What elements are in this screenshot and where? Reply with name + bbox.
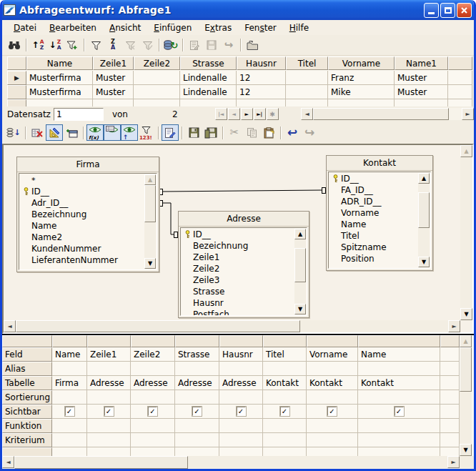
qbe-column-header[interactable] [87,335,131,347]
field-row[interactable]: Position [329,253,418,264]
field-row-primary-key[interactable]: ID__ [20,186,144,197]
qbe-cell-feld[interactable]: Vorname [307,347,358,362]
table-title-firma[interactable]: Firma [17,157,159,172]
redo-button[interactable]: ↪ [301,124,318,141]
qbe-cell-partial[interactable] [358,447,440,456]
field-row[interactable]: Postfach [182,309,294,315]
qbe-cell-empty[interactable] [440,419,460,433]
cell[interactable]: 12 [237,85,286,99]
undo-button[interactable]: ↩ [284,124,301,141]
datasheet-corner[interactable] [7,56,26,70]
column-header-zeile2[interactable]: Zeile2 [134,56,180,70]
qbe-cell-alias[interactable] [87,362,131,376]
qbe-cell-kriterium[interactable] [307,433,358,447]
scroll-left-icon[interactable]: ◄ [2,456,14,468]
column-header-name[interactable]: Name [26,56,93,70]
qbe-column-header[interactable] [131,335,175,347]
qbe-cell-funktion[interactable] [307,419,358,433]
close-button[interactable] [457,3,472,18]
scroll-up-icon[interactable]: ▲ [418,173,430,184]
qbe-cell-partial[interactable] [52,447,87,456]
cell[interactable]: 12 [237,71,286,85]
field-row[interactable]: Zeile3 [182,274,294,286]
firma-scrollbar[interactable]: ▲ ▼ [144,174,156,269]
qbe-cell-funktion[interactable] [87,419,131,433]
menu-extras[interactable]: Extras [198,21,238,34]
scroll-left-icon[interactable]: ◄ [301,108,313,120]
design-view-toggle[interactable] [46,124,63,141]
diagram-hscrollbar[interactable]: ◄ ► [4,320,460,332]
last-record-button[interactable]: ►| [254,108,266,120]
sort-ascending-button[interactable]: ↑ AZ [29,37,46,54]
table-box-kontakt[interactable]: Kontakt ID__ FA_ID__ ADR_ID__ Vorname Na… [326,155,433,271]
qbe-cell-empty[interactable] [440,390,460,405]
field-row[interactable]: KundenNummer [20,243,144,254]
qbe-cell-alias[interactable] [131,362,175,376]
field-row[interactable]: Adr_ID__ [20,197,144,209]
qbe-cell-partial[interactable] [263,447,307,456]
new-record-button[interactable]: ✱ [267,108,279,120]
qbe-vscrollbar[interactable]: ▲ ▼ [460,335,472,456]
table-title-kontakt[interactable]: Kontakt [327,156,432,171]
field-row[interactable]: Spitzname [329,242,418,253]
sichtbar-checkbox[interactable]: ✓ [192,407,202,416]
field-row[interactable]: * [20,174,144,186]
cell[interactable]: Muster [93,71,134,85]
qbe-cell-sichtbar[interactable]: ✓ [52,405,87,419]
qbe-column-header[interactable] [52,335,87,347]
qbe-cell-sortierung[interactable] [307,390,358,405]
first-record-button[interactable]: |◄ [215,108,227,120]
cell-empty[interactable] [286,99,328,106]
qbe-cell-feld[interactable]: Zeile1 [87,347,131,362]
qbe-cell-kriterium[interactable] [131,433,175,447]
qbe-cell-alias[interactable] [263,362,307,376]
cell[interactable] [286,71,328,85]
title-bar[interactable]: Abfrageentwurf: Abfrage1 [0,0,476,20]
cell[interactable]: Musterfirma [26,71,93,85]
standard-filter-button[interactable]: ZA [104,37,122,54]
qbe-cell-kriterium[interactable] [263,433,307,447]
cell[interactable]: Muster [395,71,448,85]
qbe-cell-tabelle[interactable]: Adresse [87,376,131,390]
cell[interactable]: Muster [93,85,134,99]
previous-record-button[interactable]: ◄ [228,108,240,120]
field-row[interactable]: Name [329,219,418,230]
qbe-cell-funktion[interactable] [131,419,175,433]
qbe-cell-funktion[interactable] [219,419,263,433]
scroll-thumb[interactable] [418,192,430,228]
qbe-column-header[interactable] [219,335,263,347]
qbe-cell-tabelle[interactable]: Adresse [131,376,175,390]
column-header-strasse[interactable]: Strasse [180,56,237,70]
qbe-cell-kriterium[interactable] [358,433,440,447]
cell-empty[interactable] [26,99,93,106]
qbe-cell-empty[interactable] [440,362,460,376]
qbe-column-header[interactable] [358,335,440,347]
insert-column-button[interactable]: ↓ [5,124,22,141]
record-number-input[interactable]: 1 [54,108,104,121]
cell[interactable]: Musterfirma [26,85,93,99]
save-record-button[interactable] [203,37,220,54]
field-row-primary-key[interactable]: ID__ [329,173,418,184]
adresse-scrollbar[interactable]: ▲ ▼ [294,229,306,314]
autofilter-button[interactable] [64,37,81,54]
diagram-vscrollbar[interactable]: ▲ ▼ [460,145,472,320]
qbe-cell-sortierung[interactable] [219,390,263,405]
qbe-cell-feld[interactable]: Strasse [175,347,219,362]
qbe-cell-alias[interactable] [52,362,87,376]
field-row[interactable]: Zeile2 [182,263,294,274]
cell[interactable]: Franz [328,71,395,85]
row-selector[interactable] [7,85,26,99]
sort-descending-button[interactable]: ↓ ZA [46,37,64,54]
cell-empty[interactable] [328,99,395,106]
scroll-thumb[interactable] [294,248,306,282]
qbe-cell-sichtbar[interactable]: ✓ [307,405,358,419]
qbe-cell-sichtbar[interactable]: ✓ [219,405,263,419]
save-as-button[interactable] [202,124,219,141]
undo-data-button[interactable]: ↪ [220,37,237,54]
field-row[interactable]: Strasse [182,286,294,297]
qbe-cell-tabelle[interactable]: Kontakt [358,376,440,390]
scroll-thumb[interactable] [14,456,188,469]
qbe-cell-feld[interactable]: Hausnr [219,347,263,362]
field-row[interactable]: Bezeichnung [20,209,144,220]
table-box-firma[interactable]: Firma * ID__ Adr_ID__ Bezeichnung Name N… [16,157,159,272]
